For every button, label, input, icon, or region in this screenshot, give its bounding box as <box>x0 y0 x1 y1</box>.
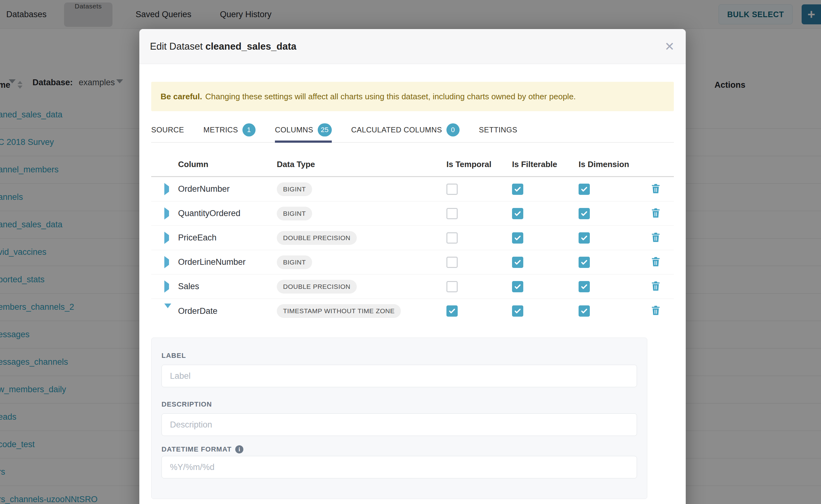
is-dimension-checkbox-checked[interactable] <box>579 305 590 317</box>
tab-label: SETTINGS <box>479 126 517 134</box>
tab-label: SOURCE <box>151 126 184 134</box>
modal-header: Edit Dataset cleaned_sales_data ✕ <box>139 29 686 64</box>
tab-columns[interactable]: COLUMNS25 <box>275 123 332 142</box>
is-dimension-checkbox-checked[interactable] <box>579 281 590 292</box>
tab-label: METRICS <box>203 126 238 134</box>
modal-title: Edit Dataset cleaned_sales_data <box>150 41 296 52</box>
tab-source[interactable]: SOURCE <box>151 123 184 142</box>
datetime-format-input[interactable] <box>161 456 637 478</box>
column-row: OrderLineNumberBIGINT <box>151 250 674 274</box>
close-icon[interactable]: ✕ <box>665 29 675 64</box>
is-dimension-checkbox-checked[interactable] <box>579 257 590 268</box>
is-filterable-checkbox-checked[interactable] <box>512 184 523 195</box>
column-name: PriceEach <box>178 233 277 243</box>
is-dimension-checkbox-checked[interactable] <box>579 232 590 244</box>
is-temporal-checkbox-unchecked[interactable] <box>447 184 458 195</box>
is-temporal-checkbox-unchecked[interactable] <box>447 281 458 292</box>
expand-caret-icon[interactable] <box>164 256 169 268</box>
delete-column-trash-icon[interactable] <box>651 232 660 242</box>
warning-banner: Be careful. Changing these settings will… <box>151 82 674 111</box>
is-filterable-checkbox-checked[interactable] <box>512 281 523 292</box>
description-field-label: DESCRIPTION <box>161 400 637 408</box>
data-type-pill: TIMESTAMP WITHOUT TIME ZONE <box>277 304 401 318</box>
header-is-temporal: Is Temporal <box>447 160 512 176</box>
columns-table-header: Column Data Type Is Temporal Is Filterab… <box>151 143 674 177</box>
warning-bold: Be careful. <box>161 92 202 101</box>
header-column: Column <box>178 160 277 176</box>
is-dimension-checkbox-checked[interactable] <box>579 184 590 195</box>
tab-calculated-columns[interactable]: CALCULATED COLUMNS0 <box>351 123 460 142</box>
data-type-pill: BIGINT <box>277 182 312 196</box>
column-row: PriceEachDOUBLE PRECISION <box>151 226 674 250</box>
delete-column-trash-icon[interactable] <box>651 208 660 218</box>
column-name: OrderDate <box>178 306 277 316</box>
expand-caret-icon[interactable] <box>164 232 169 244</box>
warning-text: Changing these settings will affect all … <box>205 92 576 101</box>
data-type-pill: DOUBLE PRECISION <box>277 231 357 245</box>
tab-count-badge: 25 <box>318 123 332 136</box>
columns-table-body: OrderNumberBIGINTQuantityOrderedBIGINTPr… <box>151 177 674 323</box>
header-data-type: Data Type <box>277 160 447 176</box>
is-temporal-checkbox-unchecked[interactable] <box>447 257 458 268</box>
is-dimension-checkbox-checked[interactable] <box>579 208 590 219</box>
column-row: OrderDateTIMESTAMP WITHOUT TIME ZONE <box>151 299 674 323</box>
delete-column-trash-icon[interactable] <box>651 281 660 291</box>
column-name: OrderNumber <box>178 184 277 194</box>
tab-metrics[interactable]: METRICS1 <box>203 123 255 142</box>
label-input[interactable] <box>161 365 637 387</box>
data-type-pill: BIGINT <box>277 207 312 220</box>
modal-body: Be careful. Changing these settings will… <box>139 82 686 499</box>
column-name: Sales <box>178 282 277 291</box>
is-temporal-checkbox-unchecked[interactable] <box>447 208 458 219</box>
datetime-format-field-label: DATETIME FORMAT i <box>161 445 637 453</box>
is-temporal-checkbox-unchecked[interactable] <box>447 232 458 244</box>
is-temporal-checkbox-checked[interactable] <box>447 305 458 317</box>
delete-column-trash-icon[interactable] <box>651 184 660 194</box>
expand-caret-icon[interactable] <box>164 207 169 220</box>
info-icon[interactable]: i <box>235 445 243 453</box>
column-name: QuantityOrdered <box>178 209 277 218</box>
expand-caret-icon[interactable] <box>164 183 169 195</box>
column-detail-panel: LABEL DESCRIPTION DATETIME FORMAT i <box>151 338 647 499</box>
tab-label: COLUMNS <box>275 126 313 134</box>
data-type-pill: DOUBLE PRECISION <box>277 280 357 294</box>
is-filterable-checkbox-checked[interactable] <box>512 257 523 268</box>
column-row: SalesDOUBLE PRECISION <box>151 274 674 299</box>
delete-column-trash-icon[interactable] <box>651 257 660 267</box>
expand-caret-icon[interactable] <box>164 280 169 293</box>
datasets-page: Databases Datasets Saved Queries Query H… <box>0 0 821 504</box>
tab-count-badge: 0 <box>447 123 460 136</box>
data-type-pill: BIGINT <box>277 255 312 269</box>
column-row: OrderNumberBIGINT <box>151 177 674 201</box>
is-filterable-checkbox-checked[interactable] <box>512 232 523 244</box>
delete-column-trash-icon[interactable] <box>651 305 660 315</box>
label-field-label: LABEL <box>161 352 637 360</box>
header-is-filterable: Is Filterable <box>512 160 579 176</box>
dataset-name: cleaned_sales_data <box>205 41 296 52</box>
header-is-dimension: Is Dimension <box>579 160 651 176</box>
collapse-caret-icon[interactable] <box>164 304 171 314</box>
tab-count-badge: 1 <box>242 123 255 136</box>
column-row: QuantityOrderedBIGINT <box>151 201 674 226</box>
description-input[interactable] <box>161 413 637 436</box>
is-filterable-checkbox-checked[interactable] <box>512 208 523 219</box>
is-filterable-checkbox-checked[interactable] <box>512 305 523 317</box>
column-name: OrderLineNumber <box>178 257 277 267</box>
modal-tabs: SOURCEMETRICS1COLUMNS25CALCULATED COLUMN… <box>151 123 674 143</box>
tab-settings[interactable]: SETTINGS <box>479 123 517 142</box>
edit-dataset-modal: Edit Dataset cleaned_sales_data ✕ Be car… <box>139 29 686 504</box>
tab-label: CALCULATED COLUMNS <box>351 126 442 134</box>
